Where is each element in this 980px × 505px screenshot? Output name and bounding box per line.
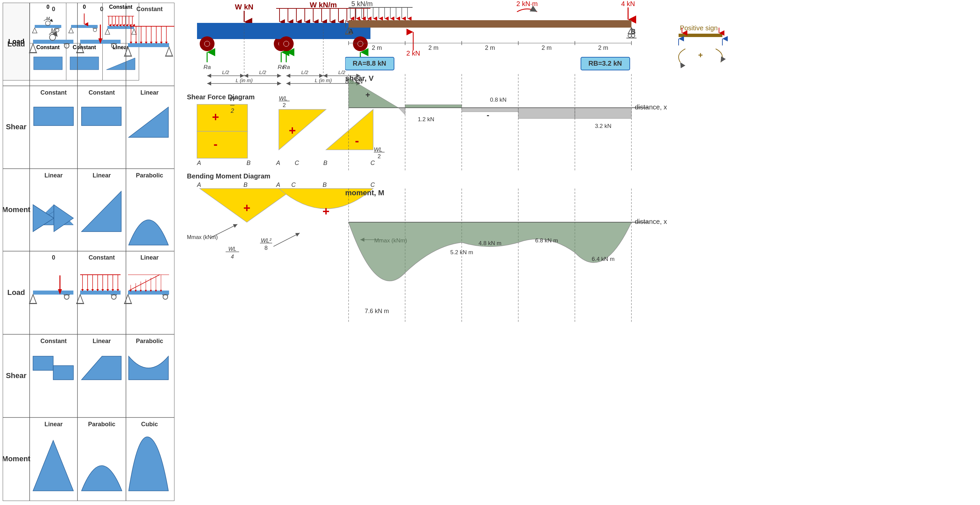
svg-text:M: M	[51, 28, 56, 33]
cell30-label: 0	[52, 254, 55, 261]
shear-12: 1.2 kN	[418, 116, 434, 122]
cell11-label: Constant	[89, 89, 115, 96]
mmax-label: Mmax (kNm)	[187, 234, 218, 240]
cell42-label: Parabolic	[136, 338, 163, 345]
sfd-minus: -	[213, 137, 218, 151]
svg-rect-250	[679, 34, 722, 37]
svg-marker-159	[81, 356, 121, 380]
svg-rect-157	[33, 356, 53, 370]
label-load2: Load	[7, 288, 25, 297]
cell50-label: Linear	[45, 421, 63, 427]
moment-52: 5.2 kN m	[450, 249, 473, 256]
shear-axis-x: distance, x	[635, 103, 667, 111]
svg-point-65	[49, 34, 56, 40]
right-section-svg: 5 kN/m 2 kN·m 4 kN A B	[345, 0, 978, 505]
r-react-ra: Ra	[283, 64, 290, 70]
r-bmd-a: A	[276, 181, 280, 188]
cell01-label: 0	[100, 6, 103, 13]
r-bmd-b: B	[323, 181, 327, 188]
cell00-label: 0	[52, 6, 55, 13]
label-load1: Load	[7, 40, 25, 48]
label-moment2: Moment	[3, 454, 31, 463]
span-2m-4: 2 m	[541, 44, 552, 51]
span-2m-3: 2 m	[485, 44, 495, 51]
left-table-svg: Load Shear Moment Load Shear Moment 0 M …	[3, 3, 175, 501]
svg-rect-173	[197, 104, 248, 131]
svg-rect-265	[462, 108, 518, 112]
svg-marker-132	[77, 295, 84, 303]
react-ra: Ra	[204, 64, 211, 70]
cell31-label: Constant	[89, 254, 115, 261]
rb-label: RB=3.2 kN	[588, 60, 622, 67]
svg-point-112	[64, 295, 69, 299]
cell21-label: Linear	[92, 172, 111, 179]
svg-marker-100	[129, 107, 169, 137]
svg-rect-76	[128, 43, 169, 47]
bmd-b: B	[243, 181, 248, 188]
svg-marker-63	[30, 44, 37, 52]
shear-plus: +	[365, 90, 370, 99]
cell10-label: Constant	[40, 89, 67, 96]
shear-08: 0.8 kN	[490, 97, 506, 103]
r-bmd-plus: +	[322, 204, 329, 218]
cell52-label: Cubic	[141, 421, 158, 427]
span-l-total: L (in m)	[236, 78, 253, 83]
sfd-w2-top: W	[230, 95, 236, 102]
svg-marker-263	[398, 108, 405, 115]
svg-rect-99	[81, 107, 121, 125]
sfd-plus: +	[212, 110, 219, 124]
svg-rect-176	[197, 131, 248, 158]
shear-32: 3.2 kN	[595, 123, 611, 129]
svg-marker-262	[348, 78, 398, 108]
plus-sign: +	[698, 51, 703, 60]
r-wl2-8: WL²	[261, 237, 272, 244]
cell12-label: Linear	[140, 89, 159, 96]
udl-5-label: 5 kN/m	[351, 0, 372, 7]
cell32-label: Linear	[140, 254, 159, 261]
span-2m-5: 2 m	[598, 44, 608, 51]
svg-text:8: 8	[264, 245, 267, 251]
svg-rect-114	[80, 291, 121, 295]
cell22-label: Parabolic	[136, 172, 163, 179]
svg-text:2: 2	[283, 102, 286, 108]
svg-marker-110	[30, 295, 37, 303]
cell40-label: Constant	[40, 338, 67, 345]
svg-point-67	[64, 43, 69, 48]
svg-text:4: 4	[231, 254, 234, 260]
svg-rect-107	[33, 291, 73, 295]
sfd-a: A	[197, 160, 201, 166]
r-span-l2-l: L/2	[301, 69, 309, 75]
span-l2-left: L/2	[222, 69, 230, 75]
cell02-label: Constant	[137, 6, 163, 13]
svg-marker-153	[125, 295, 131, 303]
load-w-label: W kN	[235, 3, 254, 11]
pos-sign-label: Positive sign	[680, 24, 718, 32]
load-2kn-label: 2 kN	[406, 49, 420, 57]
svg-point-155	[163, 295, 168, 299]
svg-point-237	[628, 34, 632, 37]
bmd-a: A	[197, 181, 201, 188]
svg-marker-106	[81, 191, 121, 232]
svg-point-164	[204, 41, 210, 46]
cell41-label: Linear	[92, 338, 111, 345]
bmd-plus: +	[243, 201, 250, 215]
sfd-b: B	[247, 160, 251, 166]
r-sfd-plus: +	[289, 124, 296, 137]
moment-76: 7.6 kN m	[365, 308, 389, 314]
label-shear2: Shear	[6, 372, 27, 380]
svg-rect-264	[405, 105, 462, 108]
svg-marker-160	[33, 440, 73, 491]
r-sfd-b: B	[323, 160, 327, 166]
cell51-label: Parabolic	[88, 421, 115, 427]
mmax-val: WL	[228, 246, 236, 252]
svg-marker-72	[77, 44, 84, 52]
moment-2-label: 2 kN·m	[516, 0, 538, 7]
svg-rect-266	[518, 108, 575, 119]
svg-marker-206	[279, 110, 326, 150]
svg-point-195	[283, 41, 289, 46]
svg-rect-136	[128, 291, 169, 295]
svg-line-178	[210, 224, 237, 238]
svg-rect-227	[348, 20, 632, 28]
moment-64: 6.4 kN m	[592, 256, 615, 262]
svg-marker-105	[54, 205, 73, 232]
